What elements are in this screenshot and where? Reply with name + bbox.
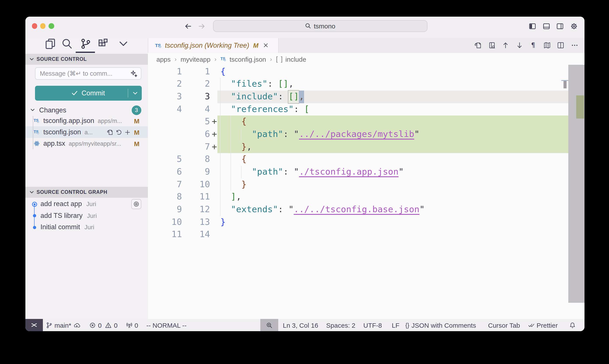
- old-line-number: 3: [148, 91, 182, 103]
- open-file-icon[interactable]: [107, 129, 113, 135]
- status-bar: main* 0 0 0 -- NORMAL -- Ln 3, Col 16 Sp…: [25, 319, 584, 331]
- commit-button[interactable]: Commit: [35, 86, 142, 100]
- views-chevron-icon[interactable]: [117, 38, 129, 50]
- modified-badge: M: [133, 117, 140, 124]
- vim-mode-indicator[interactable]: -- NORMAL --: [146, 319, 187, 331]
- changes-group-row[interactable]: Changes 3: [25, 105, 148, 115]
- open-preview-icon[interactable]: [488, 42, 495, 49]
- command-center-search[interactable]: tsmono: [213, 20, 428, 32]
- sparkle-icon[interactable]: [130, 70, 138, 78]
- tab-close-icon[interactable]: [262, 42, 269, 49]
- git-branch-icon: [46, 322, 52, 329]
- new-line-number: 13: [182, 216, 210, 229]
- close-window-button[interactable]: [32, 23, 37, 29]
- code-line: 1013}: [148, 216, 584, 229]
- remote-indicator[interactable]: [25, 319, 43, 331]
- stage-changes-icon[interactable]: [124, 129, 131, 135]
- ports-status-item[interactable]: 0: [126, 319, 138, 331]
- commit-row[interactable]: add TS libraryJuri: [25, 210, 148, 221]
- problems-status-item[interactable]: 0 0: [89, 319, 117, 331]
- eol-item[interactable]: LF: [392, 319, 400, 331]
- old-line-number: 9: [148, 203, 182, 216]
- code-line: 11{: [148, 65, 584, 78]
- toggle-sidebar-left-icon[interactable]: [529, 23, 536, 29]
- extensions-icon[interactable]: [97, 38, 109, 50]
- indentation-item[interactable]: Spaces: 2: [326, 319, 355, 331]
- code-line: 22 "files": [],: [148, 78, 584, 90]
- changes-file-list: TStsconfig.app.jsonapps/m...MTStsconfig.…: [25, 115, 148, 149]
- check-icon: [72, 90, 78, 96]
- commit-author: Juri: [87, 212, 97, 219]
- toggle-panel-icon[interactable]: [543, 23, 550, 29]
- discard-changes-icon[interactable]: [116, 129, 122, 135]
- modified-badge: M: [133, 129, 140, 136]
- commit-row[interactable]: add react appJuri: [25, 198, 148, 210]
- previous-change-icon[interactable]: [502, 42, 509, 49]
- tsconfig-file-icon: TS: [34, 129, 40, 135]
- placeholder-text: Message (⌘↵ to comm...: [40, 70, 112, 77]
- new-line-number: 7: [182, 141, 210, 153]
- language-mode-item[interactable]: {} JSON with Comments: [405, 319, 476, 331]
- react-file-icon: [34, 141, 40, 147]
- commit-dropdown-chevron-icon[interactable]: [132, 90, 138, 96]
- more-actions-icon[interactable]: [571, 42, 578, 49]
- breadcrumb-item[interactable]: myviteapp: [181, 55, 210, 63]
- commit-graph-line: [34, 204, 35, 227]
- tsconfig-file-icon: TS: [155, 42, 162, 49]
- cursor-position: Ln 3, Col 16: [283, 322, 318, 329]
- breadcrumb-item[interactable]: tsconfig.json: [230, 55, 266, 63]
- titlebar-layout-icons: [529, 23, 577, 29]
- code-line: 1114: [148, 229, 584, 241]
- new-line-number: 5: [182, 116, 210, 128]
- explorer-icon[interactable]: [45, 38, 56, 50]
- encoding-item[interactable]: UTF-8: [363, 319, 382, 331]
- notifications-item[interactable]: [569, 319, 576, 331]
- error-count: 0: [98, 322, 102, 329]
- editor-group: TS tsconfig.json (Working Tree) M ¶: [148, 38, 584, 319]
- tab-tsconfig-working-tree[interactable]: TS tsconfig.json (Working Tree) M: [148, 38, 279, 53]
- formatter-item[interactable]: Prettier: [528, 319, 558, 331]
- diff-editor[interactable]: 11{22 "files": [],33 "include": [],44 "r…: [148, 65, 584, 319]
- search-sidebar-icon[interactable]: [61, 38, 72, 50]
- vim-mode-text: -- NORMAL --: [146, 322, 187, 329]
- scm-file-row[interactable]: app.tsxapps/myviteapp/sr...M: [25, 138, 148, 149]
- minimize-window-button[interactable]: [40, 23, 46, 29]
- toggle-sidebar-right-icon[interactable]: [557, 23, 563, 29]
- breadcrumb-item[interactable]: apps: [156, 55, 171, 63]
- source-control-section-header[interactable]: SOURCE CONTROL: [25, 54, 148, 65]
- commit-row[interactable]: Initial commitJuri: [25, 221, 148, 233]
- next-change-icon[interactable]: [516, 42, 523, 49]
- formatter-name: Prettier: [537, 322, 558, 329]
- workbench: SOURCE CONTROL Message (⌘↵ to comm... Co…: [25, 38, 584, 319]
- file-path: a...: [84, 129, 93, 135]
- settings-gear-icon[interactable]: [570, 23, 577, 29]
- split-editor-icon[interactable]: [557, 42, 564, 49]
- open-changes-icon[interactable]: [474, 42, 482, 49]
- branch-status-item[interactable]: main*: [46, 319, 80, 331]
- cursor-tab-item[interactable]: Cursor Tab: [488, 319, 520, 331]
- source-control-icon[interactable]: [80, 38, 91, 50]
- overview-added-marker: [576, 95, 584, 118]
- source-control-graph-header[interactable]: SOURCE CONTROL GRAPH: [25, 187, 148, 197]
- maximize-window-button[interactable]: [49, 23, 54, 29]
- commit-message-input[interactable]: Message (⌘↵ to comm...: [35, 67, 141, 80]
- code-line: 912 "extends": "../../tsconfig.base.json…: [148, 203, 584, 216]
- map-icon[interactable]: [543, 42, 551, 49]
- scm-file-row[interactable]: TStsconfig.app.jsonapps/m...M: [25, 115, 148, 126]
- tsconfig-file-icon: TS: [220, 56, 227, 62]
- goto-current-commit-button[interactable]: [131, 199, 142, 209]
- breadcrumb-item[interactable]: include: [285, 55, 306, 63]
- old-line-number: 11: [148, 229, 182, 241]
- section-title: SOURCE CONTROL GRAPH: [37, 189, 107, 195]
- forward-icon[interactable]: [197, 22, 205, 30]
- scm-file-row[interactable]: TStsconfig.jsona...M: [25, 126, 148, 138]
- new-line-number: 3: [182, 91, 210, 103]
- modified-badge: M: [133, 140, 140, 147]
- section-title: SOURCE CONTROL: [37, 57, 87, 62]
- whitespace-pilcrow-icon[interactable]: ¶: [529, 42, 537, 49]
- zoom-indicator[interactable]: [260, 319, 278, 331]
- back-icon[interactable]: [184, 22, 192, 30]
- code-line: 811 ],: [148, 191, 584, 203]
- new-line-number: 11: [182, 191, 210, 203]
- cursor-position-item[interactable]: Ln 3, Col 16: [283, 319, 318, 331]
